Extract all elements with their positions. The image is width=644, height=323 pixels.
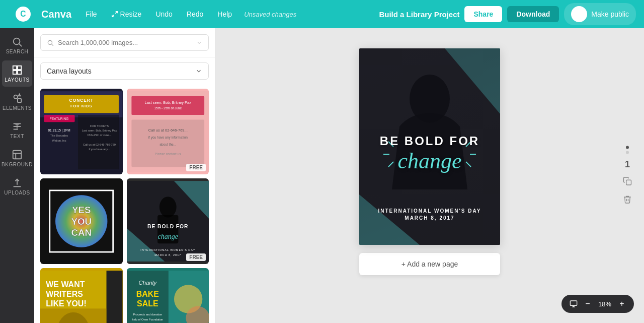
elements-icon (12, 93, 23, 104)
main-layout: SEARCH LAYOUTS ELEMENTS T TEXT (0, 28, 644, 323)
text-icon: T (12, 121, 23, 132)
svg-point-52 (159, 197, 176, 217)
canvas-page[interactable]: BE BOLD FOR change INTERNATIONAL WOMEN'S… (359, 48, 500, 245)
layouts-grid: CONCERT FOR KIDS FEATURING 01.23.15 | 2P… (34, 85, 215, 323)
search-bar-wrap (34, 28, 215, 57)
layout-card-bold[interactable]: BE BOLD FOR change INTERNATIONAL WOMEN'S… (127, 178, 209, 264)
layout-card-pink[interactable]: Last seen: Bob, Britney Pax 15th - 25th … (127, 89, 209, 174)
svg-text:FEATURING: FEATURING (50, 117, 68, 120)
svg-rect-5 (18, 66, 21, 70)
uploads-icon (12, 177, 23, 188)
svg-point-15 (48, 40, 52, 44)
writers-card-preview: WE WANT WRITERS LIKE YOU! (40, 268, 123, 323)
trash-icon (623, 195, 632, 204)
poster-be-bold-text: BE BOLD FOR change (359, 134, 500, 172)
search-bar-icon (47, 39, 54, 46)
layout-card-concert[interactable]: CONCERT FOR KIDS FEATURING 01.23.15 | 2P… (40, 89, 123, 174)
page-dots (626, 146, 629, 154)
svg-text:C: C (20, 10, 26, 18)
canva-logo[interactable]: C Canva (8, 7, 71, 22)
svg-text:The Barcades: The Barcades (50, 134, 68, 137)
zoom-out-button[interactable]: − (582, 298, 594, 310)
svg-text:Last seen: Bob, Britney Pax: Last seen: Bob, Britney Pax (82, 129, 117, 132)
svg-text:WE WANT: WE WANT (46, 280, 85, 289)
delete-page-button[interactable] (621, 192, 634, 206)
present-icon (570, 300, 578, 308)
search-input[interactable] (58, 39, 192, 46)
svg-text:FOR KIDS: FOR KIDS (70, 104, 92, 108)
svg-text:Walton, Inc: Walton, Inc (52, 139, 66, 142)
avatar (571, 6, 587, 22)
search-dropdown-icon (196, 40, 202, 46)
svg-rect-14 (13, 151, 22, 159)
bake-card-preview: Charity BAKE SALE Proceeds and donation … (127, 268, 209, 323)
layouts-dropdown[interactable]: Canva layouts (40, 62, 209, 80)
svg-text:01.23.15 | 2PM: 01.23.15 | 2PM (48, 128, 70, 133)
svg-rect-9 (18, 99, 21, 102)
resize-button[interactable]: Resize (107, 8, 146, 20)
sidebar-panel: Canva layouts CONCERT FOR KIDS FEATURING… (34, 28, 215, 323)
layout-card-yes[interactable]: YES YOU CAN (40, 178, 123, 264)
sidebar-item-elements[interactable]: ELEMENTS (2, 89, 32, 115)
canvas-page-wrapper: BE BOLD FOR change INTERNATIONAL WOMEN'S… (359, 48, 500, 275)
present-mode-button[interactable] (568, 298, 580, 310)
zoom-in-button[interactable]: + (616, 298, 628, 310)
sidebar-item-search[interactable]: SEARCH (2, 32, 32, 58)
sidebar-item-uploads[interactable]: UPLOADS (2, 173, 32, 200)
make-public-button[interactable]: Make public (564, 3, 636, 25)
share-button[interactable]: Share (464, 6, 502, 22)
svg-text:BAKE: BAKE (136, 290, 159, 298)
page-dot-2 (626, 151, 629, 154)
svg-rect-24 (78, 115, 119, 169)
free-badge-bold: FREE (186, 253, 206, 261)
copy-page-button[interactable] (621, 174, 634, 187)
svg-text:Call us at 02-646-769-769: Call us at 02-646-769-769 (83, 143, 116, 146)
free-badge-pink: FREE (186, 164, 206, 171)
sidebar-item-layouts[interactable]: LAYOUTS (2, 60, 32, 87)
svg-text:if you have any...: if you have any... (89, 148, 110, 151)
svg-text:Last seen: Bob, Britney Pax: Last seen: Bob, Britney Pax (144, 100, 191, 105)
svg-text:FOR TICKETS: FOR TICKETS (90, 124, 109, 127)
svg-rect-4 (13, 66, 17, 70)
svg-point-8 (14, 95, 18, 99)
canva-wordmark: Canva (41, 9, 71, 20)
copy-icon (623, 176, 632, 185)
svg-text:LIKE YOU!: LIKE YOU! (46, 299, 86, 308)
dropdown-chevron-icon (195, 68, 202, 75)
svg-text:Charity: Charity (138, 280, 157, 286)
search-bar (40, 34, 209, 51)
topbar: C Canva File Resize Undo Redo Help Unsav… (0, 0, 644, 28)
layout-card-writers[interactable]: WE WANT WRITERS LIKE YOU! (40, 268, 123, 323)
project-name: Build a Library Project (379, 10, 459, 19)
topbar-right: Build a Library Project Share Download M… (379, 3, 636, 25)
search-icon (12, 36, 23, 47)
svg-text:change: change (157, 232, 178, 240)
file-menu-button[interactable]: File (82, 8, 101, 20)
svg-point-2 (14, 38, 20, 45)
sidebar-item-background[interactable]: BKGROUND (2, 145, 32, 171)
pink-card-preview: Last seen: Bob, Britney Pax 15th - 25th … (127, 89, 209, 174)
svg-rect-34 (131, 96, 204, 115)
sidebar-item-text[interactable]: T TEXT (2, 117, 32, 143)
undo-button[interactable]: Undo (151, 8, 176, 20)
layout-card-bake[interactable]: Charity BAKE SALE Proceeds and donation … (127, 268, 209, 323)
help-button[interactable]: Help (213, 8, 236, 20)
svg-text:WRITERS: WRITERS (46, 290, 83, 298)
poster-bottom-text: INTERNATIONAL WOMEN'S DAY MARCH 8, 2017 (359, 208, 500, 221)
svg-text:INTERNATIONAL WOMEN'S DAY: INTERNATIONAL WOMEN'S DAY (140, 248, 195, 251)
svg-text:SALE: SALE (137, 299, 158, 308)
concert-card-preview: CONCERT FOR KIDS FEATURING 01.23.15 | 2P… (40, 89, 123, 174)
bold-card-preview: BE BOLD FOR change INTERNATIONAL WOMEN'S… (127, 178, 209, 264)
svg-text:CONCERT: CONCERT (69, 98, 94, 103)
svg-text:15th-25th of June...: 15th-25th of June... (87, 134, 112, 137)
svg-rect-90 (626, 180, 631, 185)
svg-line-16 (52, 44, 53, 45)
redo-button[interactable]: Redo (183, 8, 207, 20)
svg-text:about the...: about the... (159, 143, 176, 146)
add-page-button[interactable]: + Add a new page (359, 253, 500, 275)
zoom-level: 18% (596, 300, 614, 308)
svg-text:help of Oven Foundation: help of Oven Foundation (132, 318, 163, 321)
svg-text:T: T (15, 123, 19, 130)
download-button[interactable]: Download (507, 6, 559, 22)
svg-text:MARCH 8, 2017: MARCH 8, 2017 (154, 253, 181, 256)
